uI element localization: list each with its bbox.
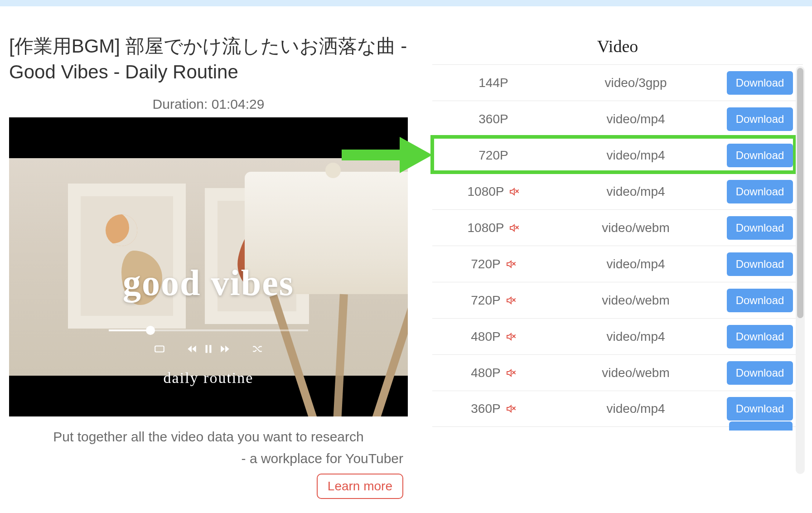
download-rows: 144Pvideo/3gppDownload360Pvideo/mp4Downl… [432, 64, 803, 427]
top-accent-bar [0, 0, 812, 6]
download-cell: Download [717, 252, 803, 276]
mimetype-cell: video/webm [555, 366, 717, 380]
download-cell: Download [717, 361, 803, 385]
download-button[interactable]: Download [727, 252, 793, 276]
resolution-label: 360P [478, 112, 508, 126]
svg-marker-5 [221, 346, 225, 353]
lamp-leg [370, 295, 408, 416]
muted-icon [505, 331, 516, 342]
right-column: Video 144Pvideo/3gppDownload360Pvideo/mp… [417, 34, 803, 499]
repeat-icon [154, 343, 165, 353]
wall-frame-left [68, 184, 186, 329]
download-button[interactable]: Download [727, 289, 793, 312]
moon-shape [106, 214, 137, 246]
scrollbar-track[interactable] [796, 66, 805, 474]
download-cell: Download [717, 289, 803, 312]
svg-rect-3 [206, 345, 208, 353]
mimetype-cell: video/mp4 [555, 184, 717, 199]
svg-rect-21 [342, 150, 401, 160]
shuffle-icon [251, 343, 263, 353]
resolution-label: 720P [478, 148, 508, 163]
thumbnail-subtitle-overlay: daily routine [9, 369, 408, 387]
resolution-cell: 1080P [432, 221, 555, 235]
player-progress-knob [146, 326, 155, 335]
download-cell: Download [717, 216, 803, 240]
muted-icon [505, 259, 516, 270]
resolution-label: 1080P [468, 221, 504, 235]
resolution-cell: 720P [432, 257, 555, 271]
download-row: 720Pvideo/webmDownload [432, 282, 803, 318]
download-row: 720Pvideo/mp4Download [432, 246, 803, 282]
promo-line-2: - a workplace for YouTuber [9, 451, 408, 466]
download-row: 480Pvideo/mp4Download [432, 318, 803, 354]
resolution-cell: 360P [432, 402, 555, 416]
resolution-cell: 360P [432, 112, 555, 126]
resolution-label: 480P [471, 366, 500, 380]
download-cell: Download [717, 144, 803, 167]
download-button[interactable]: Download [727, 361, 793, 385]
mimetype-cell: video/mp4 [555, 112, 717, 126]
resolution-cell: 480P [432, 366, 555, 380]
svg-marker-22 [400, 137, 432, 173]
download-row: 480Pvideo/webmDownload [432, 354, 803, 391]
download-button[interactable]: Download [727, 107, 793, 131]
muted-icon [508, 186, 519, 197]
download-button[interactable]: Download [727, 180, 793, 203]
scrollbar-thumb[interactable] [797, 68, 803, 318]
resolution-label: 360P [471, 402, 500, 416]
resolution-cell: 720P [432, 148, 555, 163]
download-row: 1080Pvideo/mp4Download [432, 173, 803, 209]
resolution-cell: 1080P [432, 184, 555, 199]
mimetype-cell: video/3gpp [555, 76, 717, 90]
resolution-label: 1080P [468, 184, 504, 199]
player-progress-line [109, 329, 308, 331]
resolution-label: 720P [471, 257, 500, 271]
download-row: 144Pvideo/3gppDownload [432, 64, 803, 101]
download-cell: Download [717, 180, 803, 203]
arrow-icon [342, 132, 432, 178]
download-cell: Download [717, 397, 803, 421]
download-button[interactable]: Download [727, 325, 793, 348]
resolution-label: 144P [478, 76, 508, 90]
download-button[interactable]: Download [727, 397, 793, 421]
resolution-cell: 480P [432, 329, 555, 344]
download-row: 360Pvideo/mp4Download [432, 101, 803, 137]
svg-marker-6 [225, 346, 229, 353]
muted-icon [505, 368, 516, 378]
resolution-label: 720P [471, 293, 500, 308]
lamp-leg [333, 294, 348, 416]
muted-icon [505, 295, 516, 306]
download-cell: Download [717, 107, 803, 131]
player-controls-overlay [154, 343, 263, 353]
resolution-cell: 720P [432, 293, 555, 308]
download-cell: Download [717, 71, 803, 95]
pause-icon [203, 343, 214, 353]
download-button[interactable]: Download [727, 144, 793, 167]
promo-line-1: Put together all the video data you want… [9, 429, 408, 445]
rewind-icon [186, 343, 198, 353]
mimetype-cell: video/webm [555, 293, 717, 308]
learn-more-button[interactable]: Learn more [317, 474, 403, 499]
forward-icon [219, 343, 231, 353]
resolution-label: 480P [471, 329, 500, 344]
download-button[interactable]: Download [727, 216, 793, 240]
thumbnail-scene: good vibes daily routine [9, 158, 408, 376]
download-button[interactable]: Download [727, 71, 793, 95]
download-row: 1080Pvideo/webmDownload [432, 209, 803, 246]
mimetype-cell: video/mp4 [555, 148, 717, 163]
panel-title: Video [432, 34, 803, 64]
svg-rect-0 [155, 346, 164, 352]
svg-marker-2 [192, 346, 196, 353]
resolution-cell: 144P [432, 76, 555, 90]
mimetype-cell: video/mp4 [555, 402, 717, 416]
download-cell: Download [717, 325, 803, 348]
svg-rect-4 [209, 345, 211, 353]
thumbnail-title-overlay: good vibes [9, 262, 408, 304]
left-column: [作業用BGM] 部屋でかけ流したいお洒落な曲 - Good Vibes - D… [9, 34, 417, 499]
video-duration: Duration: 01:04:29 [9, 97, 408, 112]
mimetype-cell: video/mp4 [555, 257, 717, 271]
mimetype-cell: video/webm [555, 221, 717, 235]
mimetype-cell: video/mp4 [555, 329, 717, 344]
download-button-partial[interactable] [729, 421, 793, 431]
muted-icon [508, 223, 519, 233]
